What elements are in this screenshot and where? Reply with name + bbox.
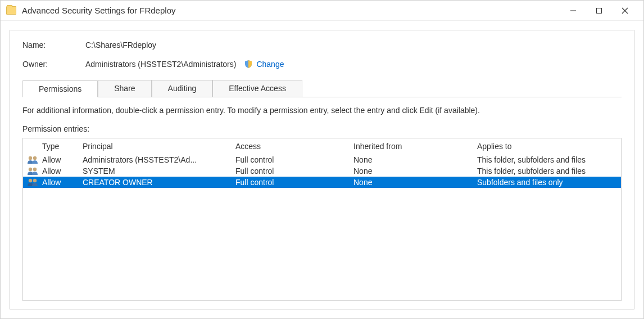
cell-access: Full control xyxy=(235,167,353,176)
svg-point-6 xyxy=(29,167,32,170)
cell-applies: Subfolders and files only xyxy=(477,178,618,187)
col-header-inherited[interactable]: Inherited from xyxy=(353,142,477,151)
svg-point-9 xyxy=(33,178,37,182)
cell-principal: CREATOR OWNER xyxy=(83,178,235,187)
col-header-principal[interactable]: Principal xyxy=(83,142,235,151)
table-row[interactable]: Allow Administrators (HSSTEST2\Ad... Ful… xyxy=(23,154,621,165)
shield-icon xyxy=(244,60,253,69)
cell-inherited: None xyxy=(353,155,477,164)
svg-point-5 xyxy=(33,156,37,159)
table-row[interactable]: Allow CREATOR OWNER Full control None Su… xyxy=(23,177,621,188)
tab-auditing[interactable]: Auditing xyxy=(152,80,213,97)
cell-type: Allow xyxy=(42,178,83,187)
titlebar: Advanced Security Settings for FRdeploy xyxy=(1,1,643,21)
table-row[interactable]: Allow SYSTEM Full control None This fold… xyxy=(23,165,621,177)
cell-inherited: None xyxy=(353,178,477,187)
svg-point-4 xyxy=(29,156,32,159)
col-header-type[interactable]: Type xyxy=(42,142,83,151)
svg-rect-1 xyxy=(597,8,602,13)
maximize-button[interactable] xyxy=(586,2,612,20)
maximize-icon xyxy=(596,7,602,14)
multi-user-icon xyxy=(26,167,39,176)
content: Name: C:\Shares\FRdeploy Owner: Administ… xyxy=(1,21,643,318)
folder-icon xyxy=(6,6,16,15)
multi-user-icon xyxy=(26,155,39,164)
cell-type: Allow xyxy=(42,167,83,176)
window-controls xyxy=(560,2,638,20)
owner-value: Administrators (HSSTEST2\Administrators) xyxy=(85,60,236,69)
inner-panel: Name: C:\Shares\FRdeploy Owner: Administ… xyxy=(10,30,634,309)
name-label: Name: xyxy=(22,41,85,50)
owner-label: Owner: xyxy=(22,60,85,69)
cell-principal: SYSTEM xyxy=(83,167,235,176)
minimize-button[interactable] xyxy=(560,2,586,20)
entries-label: Permission entries: xyxy=(22,124,622,133)
minimize-icon xyxy=(570,7,577,14)
cell-access: Full control xyxy=(235,155,353,164)
owner-row: Owner: Administrators (HSSTEST2\Administ… xyxy=(22,60,622,69)
permissions-table: Type Principal Access Inherited from App… xyxy=(22,138,622,301)
close-button[interactable] xyxy=(612,2,638,20)
cell-applies: This folder, subfolders and files xyxy=(477,167,618,176)
tab-share[interactable]: Share xyxy=(98,80,151,97)
tab-permissions[interactable]: Permissions xyxy=(22,80,98,97)
name-value: C:\Shares\FRdeploy xyxy=(85,41,156,50)
cell-access: Full control xyxy=(235,178,353,187)
tab-bar: Permissions Share Auditing Effective Acc… xyxy=(22,80,622,97)
multi-user-icon xyxy=(26,178,39,187)
tab-effective-access[interactable]: Effective Access xyxy=(212,80,302,97)
change-owner-link[interactable]: Change xyxy=(256,60,284,69)
cell-inherited: None xyxy=(353,167,477,176)
window: Advanced Security Settings for FRdeploy … xyxy=(0,0,644,319)
col-header-applies[interactable]: Applies to xyxy=(477,142,618,151)
info-text: For additional information, double-click… xyxy=(22,105,622,116)
window-title: Advanced Security Settings for FRdeploy xyxy=(22,6,175,15)
table-header-row: Type Principal Access Inherited from App… xyxy=(23,138,621,154)
svg-point-8 xyxy=(29,178,32,182)
svg-point-7 xyxy=(33,167,37,170)
name-row: Name: C:\Shares\FRdeploy xyxy=(22,41,622,50)
cell-type: Allow xyxy=(42,155,83,164)
cell-principal: Administrators (HSSTEST2\Ad... xyxy=(83,155,235,164)
cell-applies: This folder, subfolders and files xyxy=(477,155,618,164)
close-icon xyxy=(622,7,628,14)
col-header-access[interactable]: Access xyxy=(235,142,353,151)
